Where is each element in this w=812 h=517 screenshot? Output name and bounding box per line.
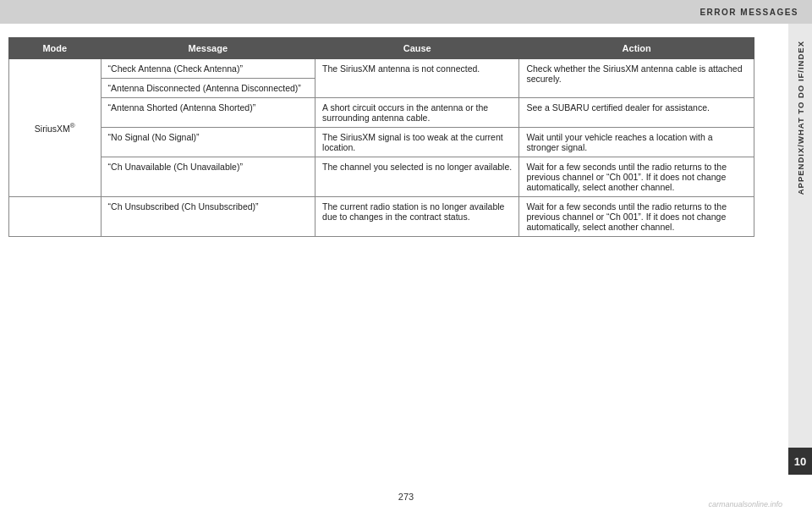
cause-text: The current radio station is no longer a…	[322, 201, 504, 222]
message-text: “Antenna Disconnected (Antenna Disconnec…	[108, 83, 301, 93]
cause-cell: The SiriusXM antenna is not connected.	[315, 59, 519, 98]
main-content: Mode Message Cause Action SiriusXM® “Che…	[0, 24, 788, 245]
chapter-number-box: 10	[788, 448, 812, 475]
mode-cell: SiriusXM®	[9, 59, 102, 197]
cause-cell: The SiriusXM signal is too weak at the c…	[315, 128, 519, 157]
mode-cell-empty	[9, 197, 102, 237]
col-header-mode: Mode	[9, 38, 102, 59]
action-text: Check whether the SiriusXM antenna cable…	[526, 63, 742, 84]
action-cell: Wait for a few seconds until the radio r…	[519, 197, 754, 237]
action-text: Wait until your vehicle reaches a locati…	[526, 132, 712, 152]
action-text: Wait for a few seconds until the radio r…	[526, 201, 727, 232]
right-sidebar: APPENDIX/WHAT TO DO IF/INDEX	[788, 24, 812, 464]
message-text: “Ch Unsubscribed (Ch Unsubscribed)”	[108, 201, 259, 212]
message-text: “Check Antenna (Check Antenna)”	[108, 63, 243, 74]
message-cell: “Check Antenna (Check Antenna)”	[101, 59, 315, 79]
table-row: “Antenna Shorted (Antenna Shorted)” A sh…	[9, 98, 754, 128]
message-text: “No Signal (No Signal)”	[108, 132, 200, 142]
error-messages-table: Mode Message Cause Action SiriusXM® “Che…	[8, 37, 754, 237]
message-cell: “No Signal (No Signal)”	[101, 128, 315, 157]
cause-cell: The channel you selected is no longer av…	[315, 157, 519, 197]
table-row: “No Signal (No Signal)” The SiriusXM sig…	[9, 128, 754, 157]
cause-cell: The current radio station is no longer a…	[315, 197, 519, 237]
cause-text: The SiriusXM antenna is not connected.	[322, 63, 480, 74]
col-header-message: Message	[101, 38, 315, 59]
message-cell: “Ch Unsubscribed (Ch Unsubscribed)”	[101, 197, 315, 237]
watermark: carmanualsonline.info	[708, 500, 782, 509]
action-text: Wait for a few seconds until the radio r…	[526, 162, 727, 192]
mode-label: SiriusXM	[35, 124, 70, 134]
col-header-action: Action	[519, 38, 754, 59]
sidebar-label: APPENDIX/WHAT TO DO IF/INDEX	[796, 41, 805, 195]
table-row: “Ch Unsubscribed (Ch Unsubscribed)” The …	[9, 197, 754, 237]
action-cell: Wait until your vehicle reaches a locati…	[519, 128, 754, 157]
message-text: “Ch Unavailable (Ch Unavailable)”	[108, 162, 243, 172]
top-bar: ERROR MESSAGES	[0, 0, 812, 24]
action-cell: Check whether the SiriusXM antenna cable…	[519, 59, 754, 98]
cause-text: The SiriusXM signal is too weak at the c…	[322, 132, 503, 152]
message-text: “Antenna Shorted (Antenna Shorted)”	[108, 102, 256, 113]
page-number: 273	[398, 492, 414, 502]
table-row: “Ch Unavailable (Ch Unavailable)” The ch…	[9, 157, 754, 197]
mode-sup: ®	[70, 122, 75, 129]
cause-text: The channel you selected is no longer av…	[322, 162, 512, 172]
table-row: SiriusXM® “Check Antenna (Check Antenna)…	[9, 59, 754, 79]
cause-cell: A short circuit occurs in the antenna or…	[315, 98, 519, 128]
action-text: See a SUBARU certified dealer for assist…	[526, 102, 710, 113]
action-cell: See a SUBARU certified dealer for assist…	[519, 98, 754, 128]
action-cell: Wait for a few seconds until the radio r…	[519, 157, 754, 197]
col-header-cause: Cause	[315, 38, 519, 59]
message-cell: “Antenna Shorted (Antenna Shorted)”	[101, 98, 315, 128]
message-cell: “Ch Unavailable (Ch Unavailable)”	[101, 157, 315, 197]
cause-text: A short circuit occurs in the antenna or…	[322, 102, 488, 123]
page-section-title: ERROR MESSAGES	[700, 8, 798, 17]
chapter-number: 10	[794, 455, 806, 468]
message-cell: “Antenna Disconnected (Antenna Disconnec…	[101, 79, 315, 98]
